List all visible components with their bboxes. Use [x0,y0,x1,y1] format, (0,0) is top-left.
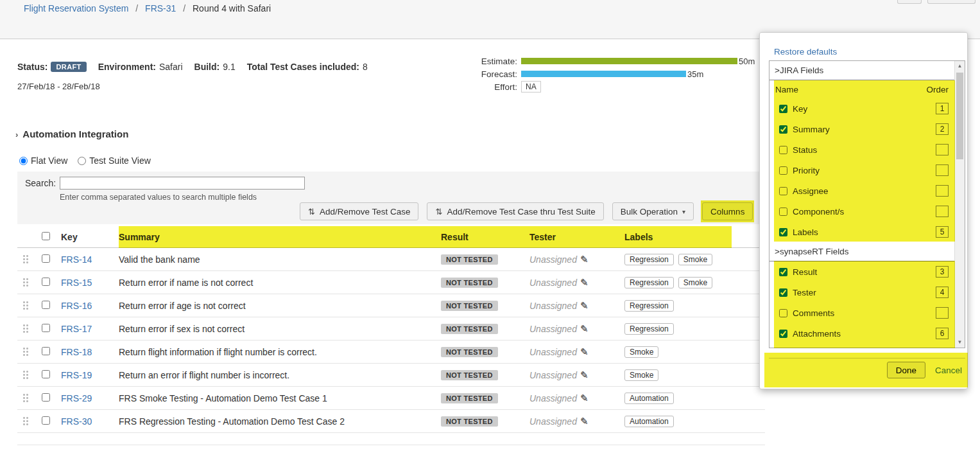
edit-tester-pencil-icon[interactable]: ✎ [580,277,589,288]
flat-view-option[interactable]: Flat View [19,155,67,166]
order-input[interactable]: 6 [936,328,949,339]
tester-name: Unassigned [529,393,577,403]
test-suite-view-option[interactable]: Test Suite View [78,155,150,166]
test-case-key-link[interactable]: FRS-17 [61,324,92,334]
row-checkbox[interactable] [42,324,50,332]
bulk-operation-button[interactable]: Bulk Operation ▾ [612,202,694,220]
drag-handle[interactable] [17,347,34,357]
column-checkbox[interactable] [779,228,787,236]
edit-tester-pencil-icon[interactable]: ✎ [580,254,589,265]
drag-handle[interactable] [17,370,34,380]
edit-tester-pencil-icon[interactable]: ✎ [580,416,589,427]
column-checkbox[interactable] [779,146,787,154]
test-case-key-link[interactable]: FRS-18 [61,347,92,357]
test-case-key-link[interactable]: FRS-30 [61,416,92,427]
order-input[interactable]: 5 [936,226,949,238]
header-button-partial[interactable] [897,0,922,4]
column-field-row: Component/s [769,201,954,222]
test-case-key-link[interactable]: FRS-19 [61,370,92,380]
order-input[interactable] [936,185,949,197]
restore-defaults-link[interactable]: Restore defaults [774,47,837,57]
header-button-partial[interactable] [927,0,976,4]
row-checkbox[interactable] [42,416,50,425]
labels-cell: Smoke [621,346,765,358]
column-checkbox[interactable] [779,166,787,175]
test-case-key-link[interactable]: FRS-16 [61,301,92,311]
flat-view-radio[interactable] [19,157,28,165]
order-input[interactable]: 3 [936,266,949,278]
order-input[interactable]: 4 [936,287,949,298]
column-checkbox[interactable] [779,330,787,338]
columns-panel: Restore defaults >JIRA Fields Name Order… [759,32,968,389]
scroll-up-icon[interactable]: ▲ [955,61,965,71]
columns-button[interactable]: Columns [702,202,753,220]
column-checkbox[interactable] [779,105,787,113]
total-test-cases-value: 8 [363,62,368,72]
date-range: 27/Feb/18 - 28/Feb/18 [17,82,100,91]
result-badge: NOT TESTED [441,301,498,311]
column-checkbox[interactable] [779,125,787,134]
test-suite-view-label: Test Suite View [89,155,150,166]
order-input[interactable] [936,144,949,155]
order-input[interactable] [936,206,949,217]
row-checkbox[interactable] [42,393,50,402]
drag-handle[interactable] [17,324,34,333]
row-checkbox[interactable] [42,278,50,286]
drag-handle[interactable] [17,393,34,403]
cancel-link[interactable]: Cancel [935,366,962,375]
test-case-key-link[interactable]: FRS-15 [61,278,92,288]
column-checkbox[interactable] [779,309,787,317]
drag-handle[interactable] [17,254,34,264]
result-badge: NOT TESTED [441,254,498,265]
row-checkbox[interactable] [42,301,50,309]
columns-list-box: >JIRA Fields Name Order Key 1 Summary 2 … [769,60,965,348]
row-checkbox[interactable] [42,254,50,263]
build-label: Build: [194,62,220,72]
drag-handle[interactable] [17,416,34,426]
column-checkbox[interactable] [779,288,787,297]
search-block: Search: Enter comma separated values to … [17,172,765,224]
test-suite-view-radio[interactable] [78,157,86,165]
edit-tester-pencil-icon[interactable]: ✎ [580,300,589,311]
column-field-row: Status [769,139,954,160]
edit-tester-pencil-icon[interactable]: ✎ [580,369,589,380]
select-all-checkbox[interactable] [42,232,50,240]
breadcrumb-issue-link[interactable]: FRS-31 [145,3,176,13]
expand-chevron-icon: › [15,130,18,139]
order-input[interactable] [936,307,949,319]
breadcrumb-project-link[interactable]: Flight Reservation System [24,3,128,13]
row-checkbox[interactable] [42,370,50,378]
search-hint: Enter comma separated values to search m… [60,193,257,202]
test-case-summary: Return error if name is not correct [115,278,437,288]
tester-cell: Unassigned✎ [526,277,621,288]
header-key: Key [57,232,115,242]
column-label: Attachments [793,329,841,339]
add-remove-test-case-button[interactable]: ⇅ Add/Remove Test Case [300,202,418,220]
test-case-key-link[interactable]: FRS-14 [61,254,92,265]
order-input[interactable] [936,164,949,176]
panel-scrollbar[interactable]: ▲ ▼ [954,61,965,348]
estimate-label: Estimate: [449,57,521,66]
scroll-down-icon[interactable]: ▼ [955,337,965,348]
build-value: 9.1 [223,62,235,72]
drag-handle[interactable] [17,301,34,310]
add-remove-thru-suite-button[interactable]: ⇅ Add/Remove Test Case thru Test Suite [427,202,603,220]
edit-tester-pencil-icon[interactable]: ✎ [580,393,589,403]
column-label: Result [793,267,817,277]
column-field-row: Labels 5 [769,222,954,242]
search-input[interactable] [60,177,305,190]
order-input[interactable]: 2 [936,123,949,135]
automation-integration-section-header[interactable]: ›Automation Integration [15,128,128,139]
scrollbar-thumb[interactable] [956,73,963,159]
column-checkbox[interactable] [779,208,787,216]
drag-handle[interactable] [17,278,34,287]
column-checkbox[interactable] [779,268,787,276]
column-checkbox[interactable] [779,187,787,195]
edit-tester-pencil-icon[interactable]: ✎ [580,323,589,334]
test-case-key-link[interactable]: FRS-29 [61,393,92,403]
result-badge: NOT TESTED [441,370,498,380]
order-input[interactable]: 1 [936,103,949,114]
edit-tester-pencil-icon[interactable]: ✎ [580,346,589,357]
done-button[interactable]: Done [887,362,925,378]
row-checkbox[interactable] [42,347,50,355]
